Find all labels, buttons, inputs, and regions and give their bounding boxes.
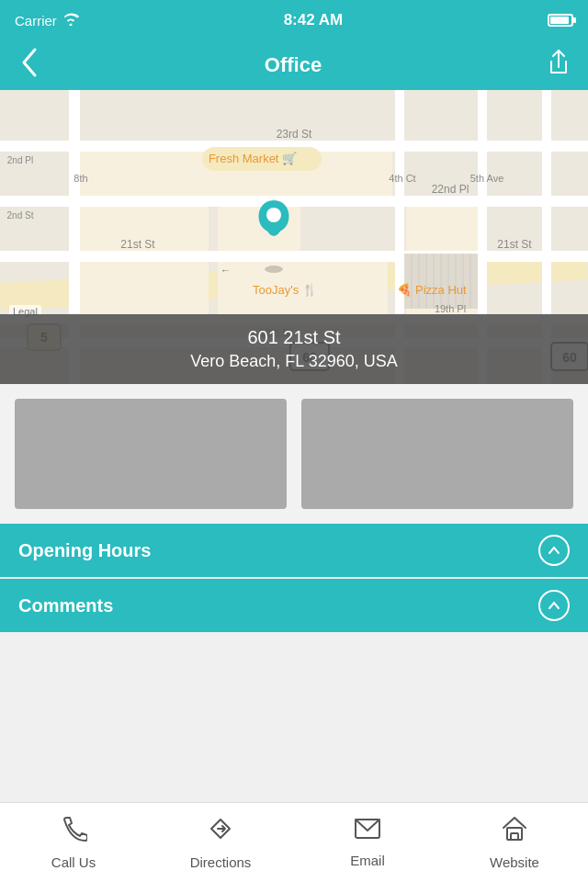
home-icon xyxy=(501,815,528,849)
svg-rect-4 xyxy=(0,196,588,207)
phone-icon xyxy=(60,815,87,849)
carrier-label: Carrier xyxy=(15,13,57,28)
email-label: Email xyxy=(350,853,385,868)
svg-text:4th Ct: 4th Ct xyxy=(389,173,415,184)
svg-text:21st St: 21st St xyxy=(120,238,155,251)
opening-hours-section[interactable]: Opening Hours xyxy=(0,524,588,577)
map-area: 5 60 60 23rd St 22nd Pl 21st St 21st St … xyxy=(0,90,588,384)
svg-text:Fresh Market 🛒: Fresh Market 🛒 xyxy=(209,151,298,166)
call-us-label: Call Us xyxy=(51,854,96,870)
svg-text:←: ← xyxy=(220,265,231,276)
nav-bar: Office xyxy=(0,40,588,90)
svg-text:21st St: 21st St xyxy=(497,238,532,251)
status-bar: Carrier 8:42 AM xyxy=(0,0,588,40)
svg-text:5th Ave: 5th Ave xyxy=(470,173,504,184)
website-label: Website xyxy=(490,854,539,870)
address-overlay: 601 21st St Vero Beach, FL 32960, USA xyxy=(0,314,588,384)
tab-directions[interactable]: Directions xyxy=(147,815,294,870)
photo-row xyxy=(0,384,588,524)
tab-email[interactable]: Email xyxy=(294,817,441,868)
email-icon xyxy=(354,817,381,847)
svg-text:TooJay's 🍴: TooJay's 🍴 xyxy=(253,282,318,298)
opening-hours-chevron xyxy=(538,535,570,566)
share-button[interactable] xyxy=(548,49,570,82)
wifi-icon xyxy=(62,13,79,28)
address-line2: Vero Beach, FL 32960, USA xyxy=(18,352,570,371)
svg-text:22nd Pl: 22nd Pl xyxy=(432,183,469,196)
svg-text:19th Pl: 19th Pl xyxy=(435,303,466,314)
tab-website[interactable]: Website xyxy=(441,815,588,870)
tab-call-us[interactable]: Call Us xyxy=(0,815,147,870)
photo-thumb-1[interactable] xyxy=(15,399,287,509)
comments-section[interactable]: Comments xyxy=(0,579,588,632)
svg-rect-15 xyxy=(406,207,478,251)
photo-thumb-2[interactable] xyxy=(301,399,573,509)
comments-label: Comments xyxy=(18,595,113,616)
directions-icon xyxy=(207,815,234,849)
svg-rect-16 xyxy=(80,262,209,315)
svg-text:8th: 8th xyxy=(74,173,87,184)
svg-text:23rd St: 23rd St xyxy=(277,128,312,141)
svg-text:2nd St: 2nd St xyxy=(7,210,34,220)
svg-rect-5 xyxy=(0,251,588,262)
svg-text:2nd Pl: 2nd Pl xyxy=(7,155,33,165)
svg-text:🍕 Pizza Hut: 🍕 Pizza Hut xyxy=(397,282,467,298)
back-button[interactable] xyxy=(18,46,39,85)
battery-icon xyxy=(548,14,573,27)
comments-chevron xyxy=(538,590,570,621)
tab-bar: Call Us Directions Email W xyxy=(0,802,588,882)
opening-hours-label: Opening Hours xyxy=(18,540,151,561)
status-time: 8:42 AM xyxy=(284,11,344,29)
svg-rect-55 xyxy=(511,833,518,840)
svg-point-52 xyxy=(266,208,281,222)
directions-label: Directions xyxy=(190,854,252,870)
address-line1: 601 21st St xyxy=(18,327,570,348)
page-title: Office xyxy=(265,53,322,77)
